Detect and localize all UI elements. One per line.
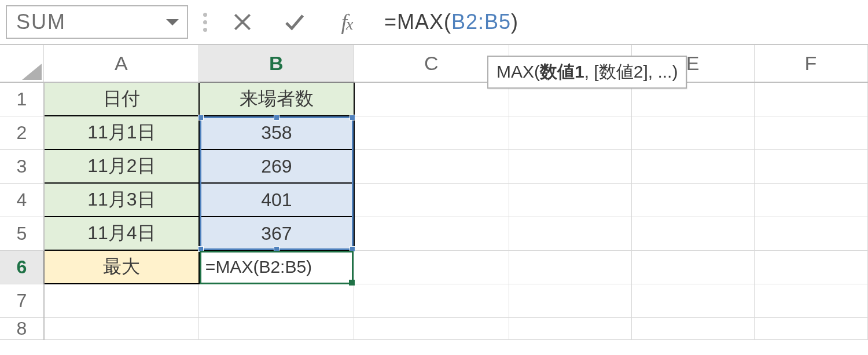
select-all-corner[interactable] — [0, 45, 44, 82]
insert-function-button[interactable]: fx — [326, 7, 367, 37]
row-header-1[interactable]: 1 — [0, 82, 44, 116]
col-header-B[interactable]: B — [199, 45, 354, 82]
corner-triangle-icon — [22, 64, 42, 80]
row-header-3[interactable]: 3 — [0, 149, 44, 183]
cell-F5[interactable] — [755, 217, 868, 250]
row-header-2[interactable]: 2 — [0, 116, 44, 149]
cell-B6[interactable]: =MAX(B2:B5) — [199, 250, 354, 284]
cell-C1[interactable] — [354, 82, 509, 116]
tooltip-rest: , [数値2], ...) — [584, 62, 678, 81]
cell-C7[interactable] — [354, 284, 509, 317]
row-header-8[interactable]: 8 — [0, 317, 44, 339]
cell-B8[interactable] — [199, 317, 354, 339]
cell-D2[interactable] — [509, 116, 632, 149]
cell-C8[interactable] — [354, 317, 509, 339]
fx-icon: fx — [341, 9, 352, 35]
formula-suffix: ) — [511, 10, 518, 34]
cell-C6[interactable] — [354, 250, 509, 284]
cell-E5[interactable] — [632, 217, 755, 250]
cell-E8[interactable] — [632, 317, 755, 339]
function-tooltip[interactable]: MAX(数値1, [数値2], ...) — [487, 56, 687, 89]
name-box-text: SUM — [16, 10, 66, 34]
cell-E4[interactable] — [632, 183, 755, 217]
cell-B1[interactable]: 来場者数 — [199, 82, 354, 116]
cell-F7[interactable] — [755, 284, 868, 317]
formula-prefix: =MAX( — [384, 10, 451, 34]
cell-D7[interactable] — [509, 284, 632, 317]
enter-button[interactable] — [274, 7, 315, 37]
cell-A6[interactable]: 最大 — [44, 250, 199, 284]
formula-input[interactable]: =MAX(B2:B5) — [378, 5, 865, 39]
cell-F1[interactable] — [755, 82, 868, 116]
row-header-7[interactable]: 7 — [0, 284, 44, 317]
row-header-6[interactable]: 6 — [0, 250, 44, 284]
cell-E3[interactable] — [632, 149, 755, 183]
check-icon — [284, 11, 306, 33]
cell-B2[interactable]: 358 — [199, 116, 354, 149]
col-header-C[interactable]: C — [354, 45, 509, 82]
cell-A3[interactable]: 11月2日 — [44, 149, 199, 183]
cell-A5[interactable]: 11月4日 — [44, 217, 199, 250]
cell-D6[interactable] — [509, 250, 632, 284]
row-header-4[interactable]: 4 — [0, 183, 44, 217]
cell-C2[interactable] — [354, 116, 509, 149]
cell-F4[interactable] — [755, 183, 868, 217]
cell-B5[interactable]: 367 — [199, 217, 354, 250]
formula-range-ref: B2:B5 — [451, 10, 511, 34]
cell-D3[interactable] — [509, 149, 632, 183]
name-box-dropdown-icon[interactable] — [166, 19, 179, 25]
formula-bar-separator — [203, 13, 207, 32]
row-header-5[interactable]: 5 — [0, 217, 44, 250]
cell-A7[interactable] — [44, 284, 199, 317]
cell-F8[interactable] — [755, 317, 868, 339]
cell-B3[interactable]: 269 — [199, 149, 354, 183]
tooltip-arg1: 数値1 — [540, 62, 584, 81]
cell-D8[interactable] — [509, 317, 632, 339]
cell-D5[interactable] — [509, 217, 632, 250]
cell-F2[interactable] — [755, 116, 868, 149]
cell-F6[interactable] — [755, 250, 868, 284]
name-box[interactable]: SUM — [6, 5, 188, 39]
spreadsheet-grid[interactable]: A B C D E F 1 日付 来場者数 2 11月1日 358 3 — [0, 45, 868, 340]
cell-B7[interactable] — [199, 284, 354, 317]
cell-C5[interactable] — [354, 217, 509, 250]
cell-A8[interactable] — [44, 317, 199, 339]
cell-E6[interactable] — [632, 250, 755, 284]
x-icon — [231, 11, 253, 33]
cell-E2[interactable] — [632, 116, 755, 149]
cell-A2[interactable]: 11月1日 — [44, 116, 199, 149]
cancel-button[interactable] — [222, 7, 263, 37]
col-header-F[interactable]: F — [755, 45, 868, 82]
cell-C4[interactable] — [354, 183, 509, 217]
tooltip-fn: MAX( — [496, 62, 540, 81]
cell-D4[interactable] — [509, 183, 632, 217]
col-header-A[interactable]: A — [44, 45, 199, 82]
cell-B4[interactable]: 401 — [199, 183, 354, 217]
cell-C3[interactable] — [354, 149, 509, 183]
cell-A4[interactable]: 11月3日 — [44, 183, 199, 217]
cell-F3[interactable] — [755, 149, 868, 183]
cell-A1[interactable]: 日付 — [44, 82, 199, 116]
cell-E7[interactable] — [632, 284, 755, 317]
formula-bar: SUM fx =MAX(B2:B5) — [0, 0, 868, 45]
